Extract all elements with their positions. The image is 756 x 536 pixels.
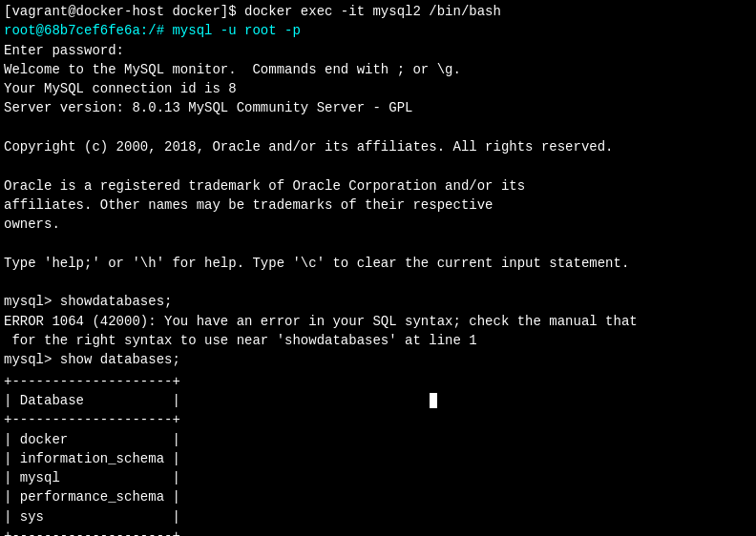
line-2: root@68b7cef6fe6a:/# mysql -u root -p: [4, 21, 752, 40]
terminal[interactable]: [vagrant@docker-host docker]$ docker exe…: [0, 0, 756, 536]
table-border-bottom: +--------------------+: [4, 526, 180, 536]
line-11: affiliates. Other names may be trademark…: [4, 196, 752, 215]
line-3: Enter password:: [4, 41, 752, 60]
line-1: [vagrant@docker-host docker]$ docker exe…: [4, 2, 752, 21]
line-5: Your MySQL connection id is 8: [4, 79, 752, 98]
line-6: Server version: 8.0.13 MySQL Community S…: [4, 98, 752, 117]
line-14: Type 'help;' or '\h' for help. Type '\c'…: [4, 254, 752, 273]
line-8: Copyright (c) 2000, 2018, Oracle and/or …: [4, 137, 752, 156]
table-row-docker: | docker |: [4, 430, 180, 449]
line-16-showdatabases: mysql> showdatabases;: [4, 292, 752, 311]
line-15: [4, 273, 752, 292]
table-row-sys: | sys |: [4, 507, 180, 526]
table-border-top: +--------------------+: [4, 372, 180, 391]
database-table: +--------------------+ | Database | +---…: [4, 372, 180, 536]
table-row-information-schema: | information_schema |: [4, 449, 180, 468]
table-header: | Database |: [4, 391, 180, 410]
line-7: [4, 118, 752, 137]
line-19-show-databases: mysql> show databases;: [4, 350, 752, 369]
terminal-cursor: [430, 393, 437, 408]
line-12: owners.: [4, 215, 752, 234]
line-9: [4, 156, 752, 175]
table-row-performance-schema: | performance_schema |: [4, 487, 180, 506]
line-10: Oracle is a registered trademark of Orac…: [4, 176, 752, 196]
line-17-error: ERROR 1064 (42000): You have an error in…: [4, 312, 752, 331]
table-row-mysql: | mysql |: [4, 468, 180, 487]
table-separator: +--------------------+: [4, 410, 180, 429]
line-4: Welcome to the MySQL monitor. Commands e…: [4, 60, 752, 79]
line-13: [4, 235, 752, 254]
line-18-error-cont: for the right syntax to use near 'showda…: [4, 331, 752, 350]
